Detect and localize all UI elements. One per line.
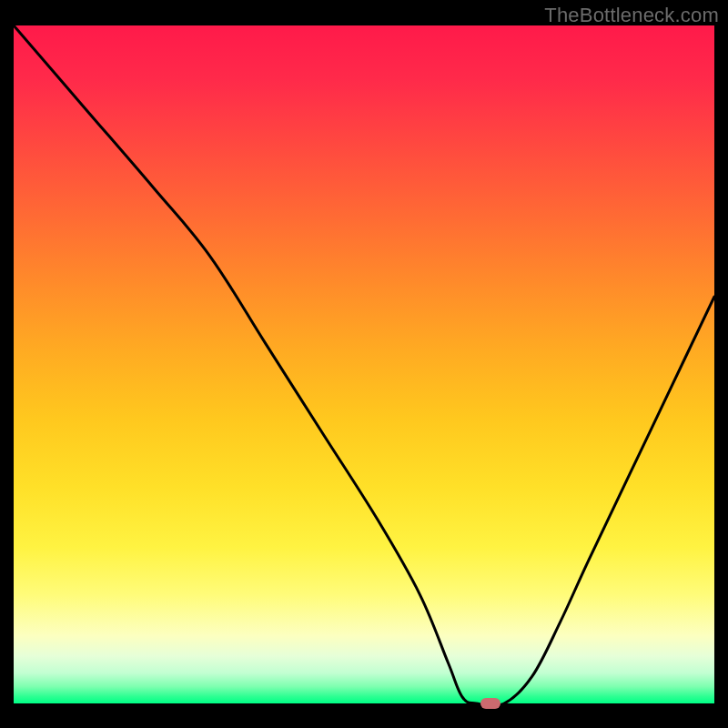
optimal-point-marker [480, 698, 500, 709]
plot-outer [14, 25, 714, 714]
x-axis-baseline [14, 713, 714, 714]
bottleneck-curve [14, 25, 714, 703]
chart-frame: TheBottleneck.com [0, 0, 728, 728]
watermark-text: TheBottleneck.com [544, 4, 719, 27]
